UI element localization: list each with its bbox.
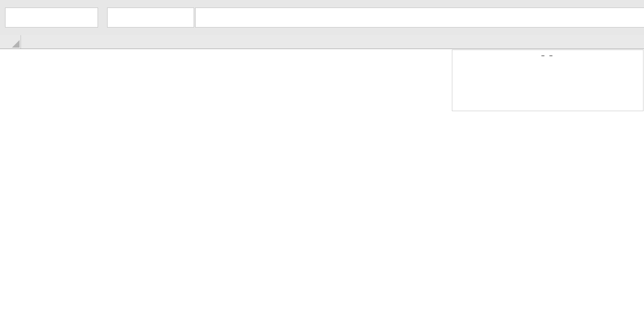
select-all-corner[interactable] — [0, 35, 21, 49]
note-equation — [457, 55, 639, 57]
column-header-strip — [0, 35, 644, 49]
formula-bar-buttons — [107, 8, 194, 28]
name-box[interactable] — [5, 8, 98, 28]
eq-frac2 — [549, 55, 552, 57]
formula-input[interactable] — [195, 8, 644, 28]
spreadsheet-window — [0, 0, 644, 321]
eq-frac1 — [541, 55, 544, 57]
textbook-note — [452, 50, 643, 111]
formula-bar — [0, 0, 644, 35]
